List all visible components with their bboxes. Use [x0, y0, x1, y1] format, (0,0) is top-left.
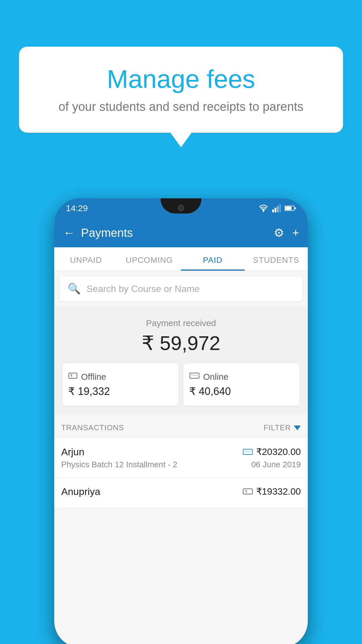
app-bar: ← Payments ⚙ +: [54, 218, 308, 247]
online-label: Online: [203, 372, 229, 382]
offline-icon: ₹: [68, 372, 78, 382]
filter-label: FILTER: [263, 423, 291, 432]
tab-students[interactable]: STUDENTS: [245, 247, 308, 271]
notch-camera: [178, 205, 184, 211]
settings-icon[interactable]: ⚙: [274, 226, 284, 239]
svg-point-0: [263, 211, 264, 212]
svg-rect-1: [272, 209, 274, 212]
svg-rect-2: [275, 208, 276, 212]
transaction-top: Arjun ₹20320.00: [61, 446, 301, 458]
payment-cards: ₹ Offline ₹ 19,332: [62, 363, 300, 406]
tab-upcoming[interactable]: UPCOMING: [118, 247, 181, 271]
status-time: 14:29: [66, 203, 88, 213]
phone-device: 14:29: [54, 198, 308, 644]
bubble-subtitle: of your students and send receipts to pa…: [34, 100, 328, 114]
online-card-header: Online: [189, 372, 294, 382]
payment-received-label: Payment received: [60, 318, 302, 328]
transaction-row[interactable]: Arjun ₹20320.00 Physics Batch 12 Install…: [54, 438, 308, 478]
search-placeholder: Search by Course or Name: [87, 284, 200, 294]
online-amount: ₹ 40,640: [189, 385, 294, 398]
speech-bubble: Manage fees of your students and send re…: [19, 47, 343, 133]
filter-button[interactable]: FILTER: [263, 423, 301, 432]
transactions-header: TRANSACTIONS FILTER: [54, 414, 308, 438]
transaction-date: 06 June 2019: [251, 460, 301, 469]
app-bar-title: Payments: [81, 226, 268, 239]
offline-label: Offline: [81, 372, 106, 382]
add-icon[interactable]: +: [292, 226, 299, 239]
bubble-title: Manage fees: [34, 64, 328, 94]
filter-icon: [294, 426, 301, 430]
transaction-bottom: Physics Batch 12 Installment - 2 06 June…: [61, 460, 301, 469]
transactions-label: TRANSACTIONS: [61, 423, 124, 432]
transaction-amount: ₹19332.00: [256, 486, 301, 497]
transaction-name: Anupriya: [61, 486, 100, 497]
app-content: ← Payments ⚙ + UNPAID UPCOMING PAID STUD…: [54, 218, 308, 644]
transaction-type-icon: ₹: [243, 488, 253, 495]
transaction-type-icon: [243, 448, 253, 456]
offline-amount: ₹ 19,332: [68, 385, 173, 398]
transaction-row[interactable]: Anupriya ₹ ₹19332.00: [54, 478, 308, 508]
payment-summary: Payment received ₹ 59,972 ₹ Offline: [54, 307, 308, 414]
online-payment-card: Online ₹ 40,640: [183, 363, 300, 406]
transaction-course: Physics Batch 12 Installment - 2: [61, 460, 177, 469]
battery-icon: [284, 205, 296, 211]
status-icons: [258, 204, 296, 212]
transaction-top: Anupriya ₹ ₹19332.00: [61, 486, 301, 497]
transaction-name: Arjun: [61, 446, 84, 458]
svg-rect-11: [190, 374, 199, 376]
transaction-amount-wrap: ₹20320.00: [243, 446, 301, 457]
svg-rect-13: [243, 451, 252, 452]
signal-icon: [272, 204, 281, 212]
svg-rect-7: [295, 207, 296, 209]
tabs-bar: UNPAID UPCOMING PAID STUDENTS: [54, 247, 308, 271]
transaction-amount: ₹20320.00: [256, 446, 301, 457]
svg-rect-6: [285, 206, 291, 210]
tab-unpaid[interactable]: UNPAID: [54, 247, 118, 271]
svg-text:₹: ₹: [70, 374, 73, 378]
payment-total-amount: ₹ 59,972: [60, 332, 302, 355]
transaction-amount-wrap: ₹ ₹19332.00: [243, 486, 301, 497]
tab-paid[interactable]: PAID: [181, 247, 245, 271]
svg-rect-14: [243, 489, 252, 494]
back-button[interactable]: ←: [63, 227, 75, 239]
online-icon: [189, 372, 200, 382]
search-bar[interactable]: 🔍 Search by Course or Name: [59, 276, 303, 301]
svg-text:₹: ₹: [245, 490, 247, 494]
offline-payment-card: ₹ Offline ₹ 19,332: [62, 363, 179, 406]
svg-rect-3: [277, 206, 279, 212]
svg-rect-4: [279, 204, 281, 212]
wifi-icon: [258, 204, 269, 212]
search-icon: 🔍: [68, 283, 81, 295]
offline-card-header: ₹ Offline: [68, 372, 173, 382]
app-bar-actions: ⚙ +: [274, 226, 299, 239]
